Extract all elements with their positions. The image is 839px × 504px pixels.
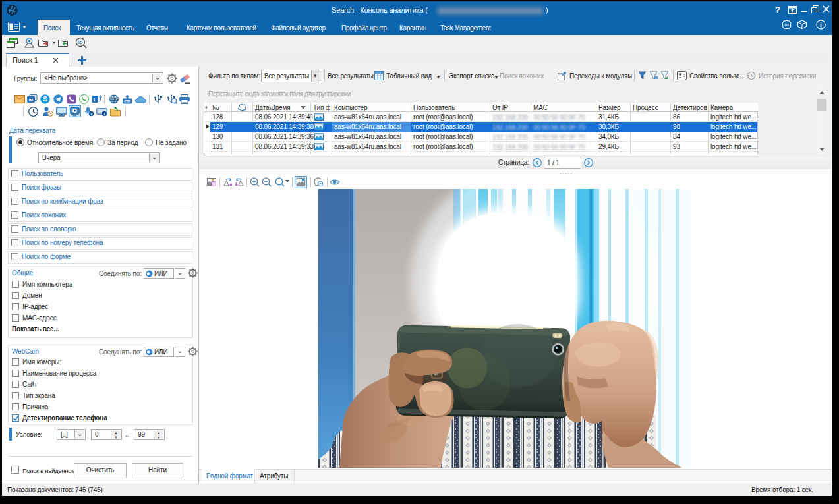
svg-text:ID: ID [78, 40, 83, 45]
svg-text:API: API [784, 24, 789, 27]
svg-text:S: S [43, 95, 47, 103]
svg-text:HTTP: HTTP [110, 98, 117, 101]
svg-text:FTP: FTP [125, 99, 131, 103]
svg-text:IM: IM [29, 98, 34, 102]
svg-text:L: L [94, 97, 97, 103]
